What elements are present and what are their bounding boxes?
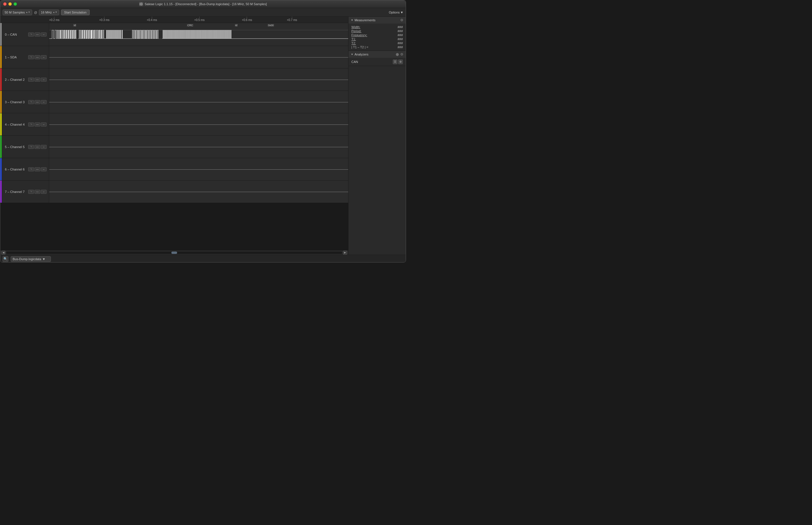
time-mark-4: +0.6 ms — [242, 17, 252, 21]
search-icon: 🔍 — [3, 257, 7, 261]
channel-row-2: 2 – Channel 2 ␍ ― – — [0, 69, 348, 91]
analyzers-header[interactable]: ▼ Analyzers ⊕ ⚙ — [348, 51, 406, 58]
channel-label-7: 7 – Channel 7 ␍ ― – — [0, 181, 49, 203]
edge-btn-5[interactable]: ― — [34, 145, 40, 149]
channel-waveform-7 — [49, 181, 348, 203]
channels-scroll[interactable]: 0 – CAN ␍ ― – Id CRC Id 0x00 — [0, 23, 348, 250]
main-container: +0.2 ms +0.3 ms +0.4 ms +0.5 ms +0.6 ms — [0, 17, 406, 255]
samples-dropdown[interactable]: 50 M Samples ▲▼ — [3, 10, 32, 15]
frequency-dropdown[interactable]: 16 MHz ▲▼ — [39, 10, 59, 15]
options-arrow-icon: ▼ — [400, 11, 403, 14]
channel-name-2: 2 – Channel 2 — [5, 78, 25, 81]
file-dropdown[interactable]: Bus-Dump.logicdata ▼ — [11, 256, 51, 262]
trigger-btn-2[interactable]: ␍ — [28, 78, 34, 82]
measurements-gear-icon[interactable]: ⚙ — [400, 18, 403, 22]
svg-rect-2 — [141, 3, 141, 5]
flat-line-3 — [49, 102, 348, 102]
trigger-btn-7[interactable]: ␍ — [28, 190, 34, 194]
measurements-header[interactable]: ▼ Measurements ⚙ — [348, 17, 406, 24]
close-button[interactable] — [3, 2, 6, 6]
start-simulation-button[interactable]: Start Simulation — [61, 10, 90, 15]
can-waveform-svg — [49, 23, 348, 46]
channel-label-0: 0 – CAN ␍ ― – — [0, 23, 49, 46]
time-mark-1: +0.3 ms — [99, 17, 109, 21]
filename-label: Bus-Dump.logicdata — [13, 257, 41, 261]
options-button[interactable]: Options ▼ — [389, 11, 403, 14]
channel-waveform-1 — [49, 46, 348, 68]
flat-line-1 — [49, 57, 348, 58]
channel-color-bar-5 — [0, 136, 2, 158]
chevron-down-icon-2: ▲▼ — [52, 11, 57, 14]
analyzers-triangle-icon: ▼ — [351, 53, 354, 56]
analyzer-settings-btn[interactable]: ⚙ — [398, 60, 403, 64]
trigger-btn-0[interactable]: ␍ — [28, 32, 34, 36]
flat-line-6 — [49, 169, 348, 170]
time-mark-5: +0.7 ms — [287, 17, 297, 21]
analyzers-gear-icon[interactable]: ⚙ — [400, 52, 403, 56]
trigger-btn-3[interactable]: ␍ — [28, 100, 34, 104]
scrollbar-thumb[interactable] — [171, 252, 177, 254]
search-button[interactable]: 🔍 — [3, 256, 8, 262]
edge-btn-1[interactable]: ― — [34, 55, 40, 59]
frequency-label: Frequency: — [351, 33, 382, 37]
t2-value: ### — [384, 41, 403, 45]
edge-btn-6[interactable]: ― — [34, 167, 40, 171]
channel-controls-5: ␍ ― – — [28, 145, 47, 149]
svg-rect-1 — [140, 3, 140, 5]
scroll-right-button[interactable]: ▶ — [343, 251, 347, 255]
trigger-btn-6[interactable]: ␍ — [28, 167, 34, 171]
minus-btn-4[interactable]: – — [41, 122, 47, 126]
flat-line-4 — [49, 124, 348, 125]
period-value: ### — [384, 29, 403, 33]
analyzers-section: ▼ Analyzers ⊕ ⚙ CAN ☰ ⚙ — [348, 51, 406, 66]
app-icon — [139, 2, 143, 6]
edge-btn-0[interactable]: ― — [34, 32, 40, 36]
width-label: Width: — [351, 25, 382, 29]
minus-btn-2[interactable]: – — [41, 78, 47, 82]
minus-btn-1[interactable]: – — [41, 55, 47, 59]
trigger-btn-1[interactable]: ␍ — [28, 55, 34, 59]
channel-waveform-5 — [49, 136, 348, 158]
collapse-triangle-icon: ▼ — [351, 19, 354, 21]
channel-color-bar-2 — [0, 69, 2, 91]
channel-color-bar-6 — [0, 158, 2, 180]
channel-name-0: 0 – CAN — [5, 33, 17, 36]
minus-btn-3[interactable]: – — [41, 100, 47, 104]
t2-label: T2: — [351, 41, 382, 45]
minus-btn-6[interactable]: – — [41, 167, 47, 171]
edge-btn-4[interactable]: ― — [34, 122, 40, 126]
scroll-left-button[interactable]: ◀ — [1, 251, 5, 255]
analyzer-table-btn[interactable]: ☰ — [393, 60, 397, 64]
channel-name-7: 7 – Channel 7 — [5, 190, 25, 194]
flat-line-5 — [49, 147, 348, 147]
minus-btn-5[interactable]: – — [41, 145, 47, 149]
minus-btn-0[interactable]: – — [41, 32, 47, 36]
analyzer-can-actions: ☰ ⚙ — [393, 60, 403, 64]
minus-btn-7[interactable]: – — [41, 190, 47, 194]
channel-row-0: 0 – CAN ␍ ― – Id CRC Id 0x00 — [0, 23, 348, 46]
trigger-btn-5[interactable]: ␍ — [28, 145, 34, 149]
analyzers-title: Analyzers — [355, 52, 394, 56]
channel-waveform-6 — [49, 158, 348, 180]
channel-controls-6: ␍ ― – — [28, 167, 47, 171]
channel-controls-1: ␍ ― – — [28, 55, 47, 59]
edge-btn-7[interactable]: ― — [34, 190, 40, 194]
channel-name-1: 1 – SDA — [5, 56, 17, 59]
add-analyzer-button[interactable]: ⊕ — [396, 52, 399, 57]
width-value: ### — [384, 25, 403, 29]
channel-row-3: 3 – Channel 3 ␍ ― – — [0, 91, 348, 113]
maximize-button[interactable] — [14, 2, 17, 6]
horizontal-scrollbar: ◀ ▶ — [0, 250, 348, 255]
channel-controls-4: ␍ ― – — [28, 122, 47, 126]
toolbar: 50 M Samples ▲▼ @ 16 MHz ▲▼ Start Simula… — [0, 8, 406, 17]
channel-waveform-3 — [49, 91, 348, 113]
period-label: Period: — [351, 29, 382, 33]
channel-name-6: 6 – Channel 6 — [5, 168, 25, 171]
status-bar: 🔍 Bus-Dump.logicdata ▼ — [0, 255, 406, 262]
edge-btn-3[interactable]: ― — [34, 100, 40, 104]
trigger-btn-4[interactable]: ␍ — [28, 122, 34, 126]
minimize-button[interactable] — [8, 2, 12, 6]
edge-btn-2[interactable]: ― — [34, 78, 40, 82]
title-bar: Saleae Logic 1.1.15 - [Disconnected] - [… — [0, 0, 406, 8]
scrollbar-track[interactable] — [6, 252, 342, 254]
